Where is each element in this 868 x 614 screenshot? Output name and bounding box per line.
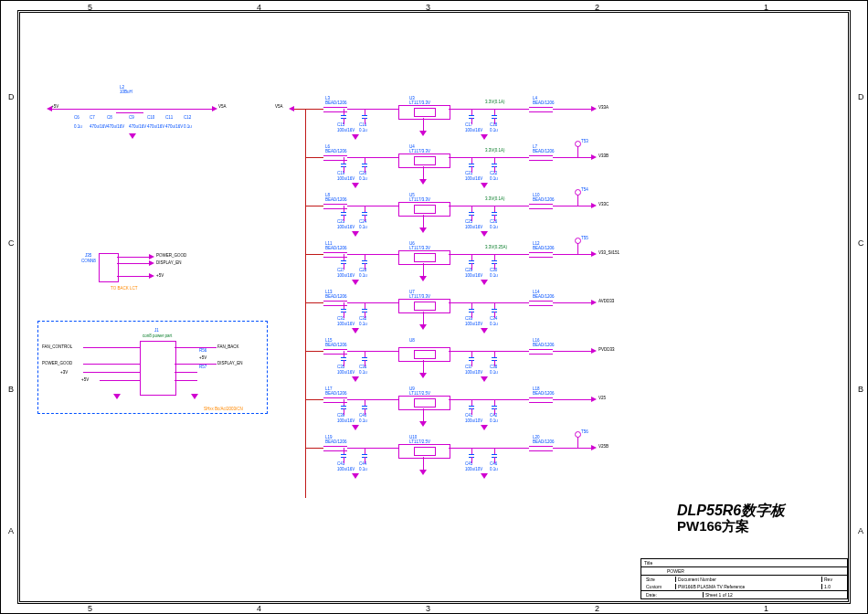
note: 3.3V(0.25A)	[485, 245, 507, 249]
wire	[494, 448, 495, 454]
ruler-l-A: A	[8, 526, 14, 535]
wire	[344, 351, 344, 357]
c10: C10	[147, 115, 154, 120]
gnd-icon	[352, 280, 359, 285]
tp-ref: T53	[581, 139, 588, 143]
ci2v: 0.1u	[359, 176, 367, 181]
lout-val: BEAD/1206	[533, 101, 555, 105]
wire	[175, 380, 197, 381]
wire	[553, 157, 591, 158]
lin-val: BEAD/1206	[325, 197, 347, 202]
net-arrow	[591, 154, 597, 160]
rail-branch	[305, 109, 323, 110]
wire	[494, 109, 495, 115]
ci2: C16	[359, 122, 366, 127]
lin-val: BEAD/1206	[325, 149, 347, 154]
gnd-icon	[419, 373, 427, 378]
wire	[344, 215, 344, 221]
lout-val: BEAD/1206	[533, 439, 555, 444]
reg-tab	[414, 398, 436, 408]
wire	[347, 254, 398, 255]
wire	[494, 166, 495, 173]
wire	[471, 408, 472, 415]
ci2v: 0.1u	[359, 418, 367, 423]
wire	[344, 263, 344, 270]
wire	[344, 118, 344, 124]
wire	[471, 302, 472, 309]
title-line2: PW166方案	[677, 518, 749, 535]
wire	[471, 157, 472, 164]
ruler-l-C: C	[8, 238, 15, 248]
wire	[449, 254, 529, 255]
reg-tab	[414, 350, 436, 359]
ruler-r-A: A	[858, 526, 863, 535]
u-ref: U8	[409, 338, 415, 343]
wire	[471, 312, 472, 318]
wire	[494, 312, 495, 318]
note: 3.3V(0.1A)	[485, 196, 505, 201]
bead-out	[529, 155, 553, 161]
j1-pg: POWER_GOOD	[42, 361, 72, 365]
net-out: PVDD33	[598, 347, 615, 352]
net-out: AVDD33	[598, 299, 614, 303]
wire	[365, 263, 365, 270]
ci2v: 0.1u	[359, 467, 367, 471]
ci2v: 0.1u	[359, 225, 367, 229]
wire	[494, 215, 495, 221]
c6v: 0.1u	[74, 124, 82, 129]
wire	[365, 457, 365, 463]
ci1v: 100u/16V	[337, 467, 355, 471]
co2v: 0.1u	[490, 128, 498, 132]
co1v: 100u/10V	[465, 322, 482, 326]
gnd-icon	[481, 425, 488, 430]
net-arrow	[591, 106, 597, 111]
c12v: 0.1u	[184, 124, 192, 129]
wire	[100, 380, 140, 381]
wire	[365, 254, 365, 260]
co2v: 0.1u	[490, 467, 498, 471]
ruler-top-3: 3	[426, 3, 430, 12]
wire	[449, 109, 529, 110]
j1-r56: R56	[199, 348, 206, 353]
tb-size-l: Size	[644, 577, 676, 582]
note: 3.3V(0.1A)	[485, 100, 505, 104]
net-arrow	[591, 203, 597, 208]
wire	[449, 448, 529, 449]
ci2: C40	[359, 413, 366, 418]
gnd-icon	[352, 425, 359, 430]
gnd-icon	[481, 328, 488, 333]
gnd-icon	[419, 421, 427, 427]
ci1v: 100u/16V	[337, 273, 355, 278]
wire	[449, 157, 529, 158]
tb-doc-v: PW166B PLASMA TV Reference	[676, 584, 821, 589]
wire	[365, 399, 365, 406]
net-out: V33A	[598, 105, 609, 110]
wire	[471, 351, 472, 357]
wire	[471, 215, 472, 221]
net-arrow	[591, 300, 597, 305]
j35-de: DISPLAY_EN	[156, 260, 181, 265]
wire	[175, 364, 217, 365]
wire	[494, 118, 495, 124]
wire	[117, 263, 149, 264]
ruler-l-D: D	[8, 92, 15, 101]
wire	[494, 254, 495, 260]
wire	[344, 109, 344, 115]
wire	[423, 312, 424, 324]
c7: C7	[90, 115, 95, 120]
ci1v: 100u/16V	[337, 225, 355, 229]
wire	[494, 457, 495, 463]
wire	[471, 254, 472, 260]
bead-out	[529, 204, 553, 209]
arrow	[149, 260, 154, 266]
wire	[553, 109, 591, 110]
wire	[423, 215, 424, 228]
wire	[365, 166, 365, 173]
lin-val: BEAD/1206	[325, 294, 347, 299]
wire	[471, 118, 472, 124]
co1v: 100u/16V	[465, 128, 482, 132]
rail-feed	[294, 109, 305, 110]
ruler-r-C: C	[858, 238, 864, 248]
wire	[365, 302, 365, 309]
wire	[423, 408, 424, 421]
